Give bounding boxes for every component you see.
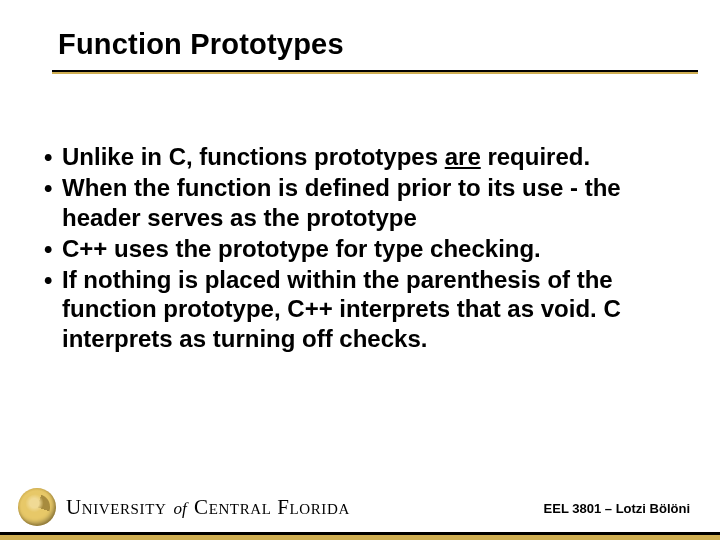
title-rule — [52, 70, 698, 74]
list-item: C++ uses the prototype for type checking… — [44, 234, 680, 263]
footer-band — [0, 532, 720, 540]
pegasus-seal-icon — [18, 488, 56, 526]
slide-title: Function Prototypes — [58, 28, 720, 61]
university-brand: University of Central Florida — [18, 488, 350, 526]
bullet-text: If nothing is placed within the parenthe… — [62, 266, 621, 352]
list-item: If nothing is placed within the parenthe… — [44, 265, 680, 353]
brand-of: of — [174, 499, 187, 518]
bullet-list: Unlike in C, functions prototypes are re… — [44, 142, 680, 353]
bullet-text: required. — [481, 143, 590, 170]
bullet-underline: are — [445, 143, 481, 170]
course-tag: EEL 3801 – Lotzi Bölöni — [544, 501, 690, 516]
bullet-text: When the function is defined prior to it… — [62, 174, 621, 230]
list-item: Unlike in C, functions prototypes are re… — [44, 142, 680, 171]
body: Unlike in C, functions prototypes are re… — [44, 142, 680, 355]
brand-word: University — [66, 495, 166, 519]
brand-word: Central Florida — [194, 495, 350, 519]
bullet-text: Unlike in C, functions prototypes — [62, 143, 445, 170]
footer: University of Central Florida EEL 3801 –… — [0, 482, 720, 540]
bullet-text: C++ uses the prototype for type checking… — [62, 235, 541, 262]
header: Function Prototypes — [0, 0, 720, 61]
brand-text: University of Central Florida — [66, 495, 350, 520]
list-item: When the function is defined prior to it… — [44, 173, 680, 232]
slide: Function Prototypes Unlike in C, functio… — [0, 0, 720, 540]
